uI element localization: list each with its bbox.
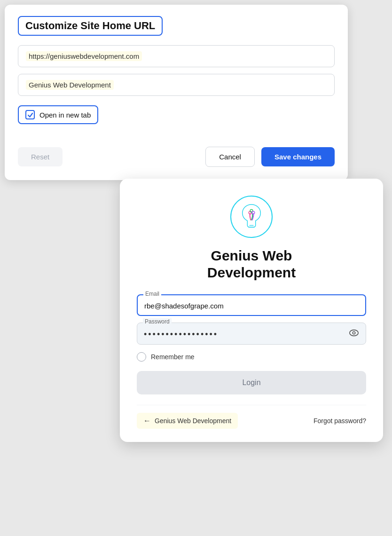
lightbulb-icon — [238, 201, 265, 233]
back-site-label: Genius Web Development — [155, 417, 231, 425]
password-field-wrapper: Password — [137, 323, 366, 345]
site-name-input[interactable]: Genius Web Development — [26, 80, 114, 90]
brand-title: Genius Web Development — [137, 247, 366, 281]
forgot-password-link[interactable]: Forgot password? — [314, 417, 366, 425]
back-to-site-link[interactable]: ← Genius Web Development — [137, 413, 238, 429]
reset-button[interactable]: Reset — [18, 147, 63, 166]
login-card: Genius Web Development Email Password Re… — [120, 179, 383, 442]
svg-point-4 — [353, 331, 355, 334]
password-visibility-toggle-icon[interactable] — [349, 328, 359, 340]
open-new-tab-label: Open in new tab — [39, 111, 91, 119]
email-field-wrapper: Email — [137, 294, 366, 316]
brand-logo — [230, 196, 273, 238]
login-footer: ← Genius Web Development Forgot password… — [137, 405, 366, 429]
cancel-button[interactable]: Cancel — [205, 147, 255, 167]
login-button[interactable]: Login — [137, 371, 366, 394]
email-label: Email — [143, 291, 161, 297]
url-field-wrapper: https://geniuswebdevelopment.com — [18, 45, 335, 67]
save-changes-button[interactable]: Save changes — [261, 147, 335, 166]
svg-point-3 — [350, 330, 358, 336]
email-input[interactable] — [144, 300, 359, 310]
back-arrow-icon: ← — [143, 417, 151, 425]
site-name-field-wrapper: Genius Web Development — [18, 74, 335, 96]
card-title: Customize Site Home URL — [18, 16, 163, 36]
customize-url-card: Customize Site Home URL https://geniuswe… — [5, 5, 348, 180]
password-input[interactable] — [144, 328, 359, 339]
open-new-tab-checkbox[interactable] — [25, 110, 35, 119]
action-buttons-row: Reset Cancel Save changes — [18, 147, 335, 167]
remember-me-row: Remember me — [137, 352, 366, 362]
password-label: Password — [143, 318, 172, 325]
remember-me-radio[interactable] — [137, 352, 146, 362]
url-input[interactable]: https://geniuswebdevelopment.com — [26, 51, 142, 61]
remember-me-label: Remember me — [151, 353, 195, 361]
open-new-tab-checkbox-row[interactable]: Open in new tab — [18, 105, 98, 124]
